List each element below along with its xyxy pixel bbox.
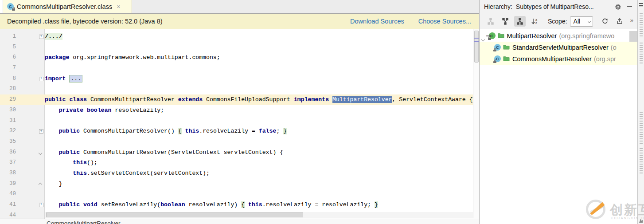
code-text[interactable]: /.../ (45, 31, 62, 42)
code-text[interactable]: import ... (45, 74, 82, 84)
gutter-cell[interactable]: 41+ (0, 200, 45, 210)
gutter-cell[interactable]: 8+ (0, 74, 45, 84)
code-text[interactable]: this(); (45, 157, 98, 168)
supertypes-hierarchy-icon[interactable] (500, 16, 511, 27)
choose-sources-link[interactable]: Choose Sources... (418, 18, 471, 25)
code-line[interactable]: 41+ public void setResolveLazily(boolean… (0, 200, 479, 210)
line-number[interactable]: 5 (0, 42, 16, 53)
line-number[interactable]: 36 (0, 147, 16, 158)
sort-alphabetically-icon[interactable]: a z (529, 16, 540, 27)
code-line[interactable]: 37 this(); (0, 157, 479, 168)
code-line[interactable]: 38 this.setServletContext(servletContext… (0, 168, 479, 179)
code-text[interactable]: public void setResolveLazily(boolean res… (45, 200, 378, 210)
line-number[interactable]: 38 (0, 168, 16, 179)
gutter-cell[interactable]: 40 (0, 189, 45, 200)
code-text[interactable]: public class CommonsMultipartResolver ex… (45, 94, 473, 105)
code-editor[interactable]: 1+/.../56package org.springframework.web… (0, 29, 479, 224)
error-stripe-mark[interactable] (474, 38, 479, 39)
gutter-cell[interactable]: 29 (0, 94, 45, 105)
fold-marker[interactable] (39, 180, 42, 188)
code-line[interactable]: 6package org.springframework.web.multipa… (0, 52, 479, 63)
hierarchy-tab-label[interactable]: Subtypes of MultipartReso... (516, 3, 594, 10)
code-line[interactable]: 1+/.../ (0, 31, 479, 42)
editor-tab-commonsmultipartresolver[interactable]: C CommonsMultipartResolver.class × (3, 0, 132, 13)
tree-scrollbar-thumb[interactable] (629, 31, 637, 42)
subtypes-hierarchy-icon[interactable] (514, 16, 526, 27)
gutter-cell[interactable]: 5 (0, 42, 45, 53)
fold-marker[interactable]: + (39, 77, 43, 81)
export-icon[interactable] (614, 16, 625, 27)
editor-horizontal-scrollbar[interactable] (45, 212, 473, 218)
gutter-cell[interactable]: 39 (0, 179, 45, 189)
line-number[interactable]: 39 (0, 179, 16, 189)
code-line[interactable]: 32+ public CommonsMultipartResolver() { … (0, 126, 479, 137)
hierarchy-node-standardservletmultipartresolver[interactable]: CStandardServletMultipartResolver(o (480, 42, 637, 53)
line-number[interactable]: 29 (0, 94, 16, 105)
breadcrumb-item[interactable]: CommonsMultipartResolver (47, 219, 479, 224)
editor-breadcrumbs[interactable]: CommonsMultipartResolver (0, 219, 479, 224)
code-text[interactable]: this.setServletContext(servletContext); (45, 168, 210, 179)
gutter-cell[interactable]: 7 (0, 63, 45, 74)
code-line[interactable]: 40 (0, 189, 479, 200)
line-number[interactable]: 31 (0, 116, 16, 126)
gutter-cell[interactable]: 36 (0, 147, 45, 158)
line-number[interactable]: 30 (0, 105, 16, 116)
line-number[interactable]: 1 (0, 31, 16, 42)
right-tool-window-bar[interactable] (637, 0, 644, 224)
code-line[interactable]: 28 (0, 84, 479, 94)
code-text[interactable]: public CommonsMultipartResolver() { this… (45, 126, 287, 137)
settings-gear-icon[interactable] (613, 2, 622, 11)
hide-panel-icon[interactable] (625, 2, 634, 11)
line-number[interactable]: 41 (0, 200, 16, 210)
code-text[interactable]: } (45, 179, 62, 189)
code-line[interactable]: 29public class CommonsMultipartResolver … (0, 94, 479, 105)
hierarchy-node-commonsmultipartresolver[interactable]: CCommonsMultipartResolver(org.spr (480, 53, 637, 65)
gutter-cell[interactable]: 30 (0, 105, 45, 116)
tool-window-tab[interactable] (640, 13, 643, 38)
line-number[interactable]: 40 (0, 189, 16, 200)
code-text[interactable]: public CommonsMultipartResolver(ServletC… (45, 147, 283, 158)
line-number[interactable]: 37 (0, 157, 16, 168)
download-sources-link[interactable]: Download Sources (350, 18, 404, 25)
tab-close-icon[interactable]: × (117, 4, 120, 10)
line-number[interactable]: 6 (0, 52, 16, 63)
code-line[interactable]: 5 (0, 42, 479, 53)
tool-window-tab[interactable] (640, 43, 643, 65)
horizontal-scrollbar-thumb[interactable] (46, 212, 303, 217)
fold-marker[interactable]: + (39, 35, 43, 39)
code-line[interactable]: 31 (0, 116, 479, 126)
line-number[interactable]: 7 (0, 63, 16, 74)
line-number[interactable]: 35 (0, 137, 16, 147)
code-text[interactable]: private boolean resolveLazily; (45, 105, 164, 116)
class-hierarchy-icon[interactable] (485, 16, 496, 27)
code-line[interactable]: 39 } (0, 179, 479, 189)
code-line[interactable]: 8+import ... (0, 74, 479, 84)
line-number[interactable]: 8 (0, 74, 16, 84)
code-line[interactable]: 35 (0, 137, 479, 147)
gutter-cell[interactable]: 6 (0, 52, 45, 63)
expand-chevron-icon[interactable] (482, 35, 484, 42)
tool-window-tab[interactable] (640, 112, 643, 144)
gutter-cell[interactable]: 32+ (0, 126, 45, 137)
fold-marker[interactable]: + (39, 129, 43, 134)
gutter-cell[interactable]: 28 (0, 84, 45, 94)
gutter-cell[interactable]: 37 (0, 157, 45, 168)
more-actions-icon[interactable]: » (630, 17, 633, 24)
line-number[interactable]: 28 (0, 84, 16, 94)
fold-marker[interactable]: + (39, 203, 43, 207)
code-text[interactable]: package org.springframework.web.multipar… (45, 52, 220, 63)
hierarchy-node-multipartresolver[interactable]: →IMultipartResolver(org.springframewo (480, 30, 637, 42)
tool-window-tab[interactable] (640, 148, 643, 175)
code-line[interactable]: 36 public CommonsMultipartResolver(Servl… (0, 147, 479, 158)
gutter-cell[interactable]: 35 (0, 137, 45, 147)
editor-vertical-scrollbar[interactable] (473, 29, 479, 218)
vertical-scrollbar-thumb[interactable] (474, 31, 479, 63)
fold-marker[interactable] (39, 148, 42, 156)
code-line[interactable]: 30 private boolean resolveLazily; (0, 105, 479, 116)
scope-dropdown[interactable]: All (570, 16, 593, 27)
error-stripe-mark[interactable] (474, 41, 479, 42)
line-number[interactable]: 32 (0, 126, 16, 137)
gutter-cell[interactable]: 31 (0, 116, 45, 126)
gutter-cell[interactable]: 1+ (0, 31, 45, 42)
refresh-icon[interactable] (599, 16, 611, 27)
